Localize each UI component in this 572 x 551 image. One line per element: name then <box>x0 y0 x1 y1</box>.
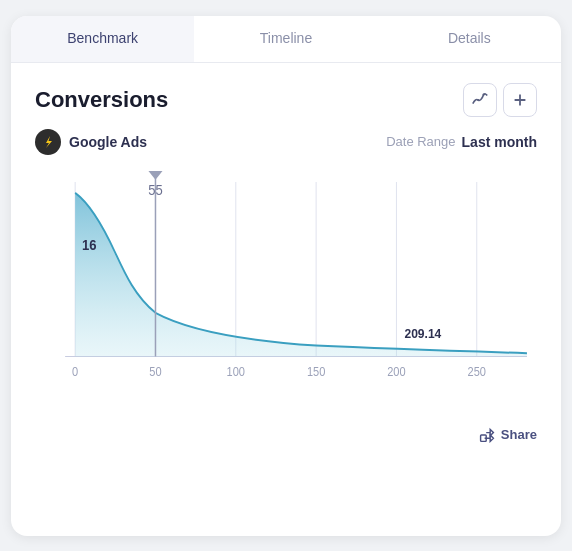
share-row: Share <box>11 419 561 447</box>
benchmark-marker <box>148 171 162 180</box>
date-range-value[interactable]: Last month <box>462 134 537 150</box>
content-area: Conversions <box>11 63 561 419</box>
x-label-200: 200 <box>387 365 405 377</box>
tab-bar: Benchmark Timeline Details <box>11 16 561 63</box>
x-label-50: 50 <box>149 365 161 377</box>
section-title: Conversions <box>35 87 168 113</box>
source-name: Google Ads <box>69 134 147 150</box>
chart-wrapper: 55 16 209.14 0 50 100 150 200 250 <box>35 171 537 411</box>
benchmark-value-label: 55 <box>148 182 163 198</box>
tab-timeline[interactable]: Timeline <box>194 16 377 62</box>
tab-benchmark[interactable]: Benchmark <box>11 16 194 62</box>
add-icon-btn[interactable] <box>503 83 537 117</box>
svg-marker-4 <box>46 136 52 148</box>
tab-details[interactable]: Details <box>378 16 561 62</box>
share-label: Share <box>501 427 537 442</box>
line-chart-icon <box>471 91 489 109</box>
share-icon <box>479 427 495 443</box>
source-left: Google Ads <box>35 129 147 155</box>
x-label-100: 100 <box>227 365 245 377</box>
tail-label: 209.14 <box>404 326 441 341</box>
bolt-icon <box>41 135 55 149</box>
main-card: Benchmark Timeline Details Conversions <box>11 16 561 536</box>
google-ads-icon <box>35 129 61 155</box>
icon-buttons <box>463 83 537 117</box>
peak-label: 16 <box>82 237 97 253</box>
svg-point-0 <box>477 98 479 100</box>
plus-icon <box>511 91 529 109</box>
share-button[interactable]: Share <box>479 427 537 443</box>
x-label-250: 250 <box>468 365 486 377</box>
title-row: Conversions <box>35 83 537 117</box>
x-label-150: 150 <box>307 365 325 377</box>
benchmark-icon-btn[interactable] <box>463 83 497 117</box>
svg-point-1 <box>483 93 485 95</box>
source-row: Google Ads Date Range Last month <box>35 129 537 155</box>
benchmark-chart: 55 16 209.14 0 50 100 150 200 250 <box>35 171 537 411</box>
date-range-row: Date Range Last month <box>386 134 537 150</box>
date-range-label: Date Range <box>386 134 455 149</box>
x-label-0: 0 <box>72 365 78 377</box>
